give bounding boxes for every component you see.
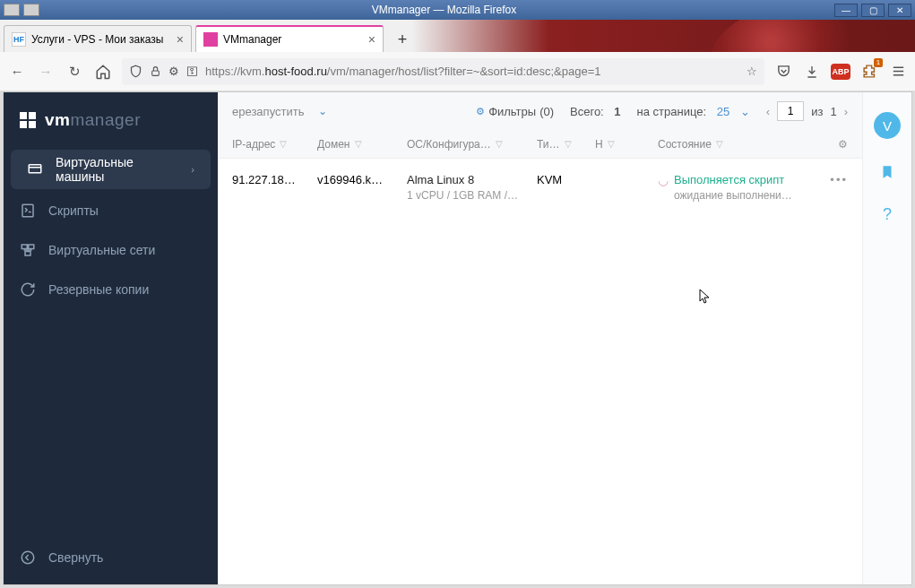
url-text: https://kvm.host-food.ru/vm/manager/host… [205, 65, 739, 78]
downloads-icon[interactable] [802, 62, 822, 82]
network-icon [20, 242, 36, 258]
col-h[interactable]: Н▽ [595, 138, 658, 151]
tab-services[interactable]: HF Услуги - VPS - Мои заказы × [4, 25, 192, 52]
table-settings-icon[interactable]: ⚙ [838, 138, 848, 151]
svg-point-6 [22, 551, 34, 564]
cell-state: ◡ Выполняется скрипт ожидание выполнени… [658, 173, 797, 202]
col-ip[interactable]: IP-адрес▽ [232, 138, 317, 151]
col-state[interactable]: Состояние▽ [658, 138, 797, 151]
nav-label: Скрипты [48, 203, 99, 218]
filter-icon: ▽ [496, 139, 503, 149]
content: ерезапустить ⌄ ⚙ Фильтры(0) Всего: 1 на … [218, 92, 862, 584]
tab-label: Услуги - VPS - Мои заказы [31, 33, 163, 46]
back-button[interactable]: ← [7, 62, 27, 82]
filter-icon: ▽ [280, 139, 287, 149]
filter-icon: ▽ [608, 139, 615, 149]
svg-rect-2 [22, 204, 33, 217]
total-count: Всего: 1 [570, 105, 621, 118]
next-page-button[interactable]: › [844, 105, 848, 118]
system-menu[interactable] [0, 4, 54, 16]
close-tab-icon[interactable]: × [177, 32, 184, 47]
extension-icon[interactable]: 1 [859, 62, 879, 82]
svg-rect-5 [25, 252, 30, 256]
filter-icon: ⚙ [476, 106, 485, 117]
new-tab-button[interactable]: + [389, 27, 416, 52]
menu-button[interactable] [888, 62, 908, 82]
prev-page-button[interactable]: ‹ [766, 105, 770, 118]
maximize-button[interactable]: ▢ [861, 4, 885, 17]
reload-button[interactable]: ↻ [65, 62, 84, 82]
bookmark-icon[interactable] [879, 164, 895, 180]
window-title: VMmanager — Mozilla Firefox [54, 4, 834, 16]
cell-os: Alma Linux 8 1 vCPU / 1GB RAM /… [407, 173, 537, 202]
window-titlebar: VMmanager — Mozilla Firefox — ▢ ✕ [0, 0, 915, 20]
chevron-right-icon: › [191, 164, 194, 175]
avatar[interactable]: V [874, 112, 901, 139]
dropdown-icon[interactable]: ⌄ [318, 105, 327, 117]
forward-button[interactable]: → [36, 62, 56, 82]
key-icon[interactable]: ⚿ [186, 65, 198, 78]
main: ерезапустить ⌄ ⚙ Фильтры(0) Всего: 1 на … [218, 92, 911, 584]
toolbar: ерезапустить ⌄ ⚙ Фильтры(0) Всего: 1 на … [218, 92, 862, 130]
close-window-button[interactable]: ✕ [888, 4, 911, 17]
col-domain[interactable]: Домен▽ [317, 138, 407, 151]
nav-scripts[interactable]: Скрипты [4, 191, 218, 230]
svg-rect-0 [152, 71, 160, 75]
help-icon[interactable]: ? [883, 205, 892, 224]
svg-rect-3 [22, 245, 27, 249]
bookmark-star-icon[interactable]: ☆ [747, 65, 757, 78]
filter-icon: ▽ [565, 139, 572, 149]
spinner-icon: ◡ [658, 173, 669, 187]
table-row[interactable]: 91.227.18… v169946.k… Alma Linux 8 1 vCP… [218, 159, 862, 216]
minimize-button[interactable]: — [834, 4, 858, 17]
right-rail: V ? [862, 92, 911, 584]
favicon-vm [203, 32, 218, 47]
vm-icon [27, 161, 43, 177]
restart-label[interactable]: ерезапустить [232, 105, 304, 118]
sidebar: vmmanager Виртуальные машины › Скрипты В… [4, 92, 218, 584]
pagination: ‹ из 1 › [766, 101, 848, 121]
filter-icon: ▽ [716, 139, 723, 149]
lock-icon[interactable] [150, 65, 161, 77]
cell-ip: 91.227.18… [232, 173, 317, 186]
adblock-icon[interactable]: ABP [831, 64, 850, 80]
svg-rect-4 [29, 245, 34, 249]
permissions-icon[interactable]: ⚙ [168, 65, 179, 78]
filters-button[interactable]: ⚙ Фильтры(0) [476, 105, 554, 118]
close-tab-icon[interactable]: × [368, 32, 375, 47]
logo-icon [20, 112, 36, 128]
url-bar: ← → ↻ ⚙ ⚿ https://kvm.host-food.ru/vm/ma… [0, 52, 915, 91]
col-os[interactable]: ОС/Конфигура…▽ [407, 138, 537, 151]
address-bar[interactable]: ⚙ ⚿ https://kvm.host-food.ru/vm/manager/… [122, 58, 764, 85]
backup-icon [20, 281, 36, 298]
nav-networks[interactable]: Виртуальные сети [4, 230, 218, 270]
app-container: vmmanager Виртуальные машины › Скрипты В… [3, 91, 912, 585]
tab-label: VMmanager [223, 33, 281, 46]
filter-icon: ▽ [355, 139, 362, 149]
favicon-hf: HF [12, 32, 26, 47]
nav-vms[interactable]: Виртуальные машины › [11, 150, 211, 189]
script-icon [20, 203, 36, 219]
shield-icon[interactable] [129, 65, 142, 78]
nav-label: Резервные копии [48, 282, 149, 297]
row-actions-button[interactable]: ••• [830, 173, 848, 186]
logo: vmmanager [4, 92, 218, 148]
cell-domain: v169946.k… [317, 173, 407, 186]
pocket-icon[interactable] [773, 62, 793, 82]
tab-strip: HF Услуги - VPS - Мои заказы × VMmanager… [0, 20, 915, 52]
cell-type: KVM [537, 173, 595, 186]
extension-badge: 1 [874, 58, 883, 67]
page-input[interactable] [777, 101, 804, 121]
home-button[interactable] [93, 62, 113, 82]
tab-vmmanager[interactable]: VMmanager × [195, 25, 384, 52]
collapse-icon [20, 549, 36, 566]
table-header: IP-адрес▽ Домен▽ ОС/Конфигура…▽ Ти…▽ Н▽ … [218, 130, 862, 159]
nav-label: Виртуальные сети [48, 243, 155, 257]
col-type[interactable]: Ти…▽ [537, 138, 595, 151]
nav-label: Виртуальные машины [56, 155, 178, 184]
collapse-sidebar[interactable]: Свернуть [4, 531, 218, 584]
perpage-selector[interactable]: на странице: 25 ⌄ [637, 105, 750, 118]
svg-rect-1 [29, 165, 41, 173]
collapse-label: Свернуть [48, 550, 103, 565]
nav-backups[interactable]: Резервные копии [4, 270, 218, 309]
